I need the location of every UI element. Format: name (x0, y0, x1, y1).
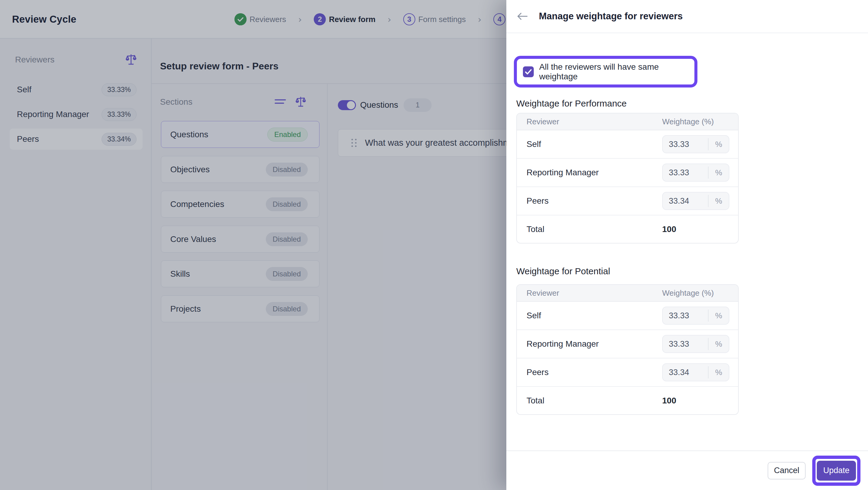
potential-table: Reviewer Weightage (%) Self % Reporting … (516, 284, 739, 415)
table-row: Self % (517, 302, 738, 330)
back-arrow-icon[interactable] (517, 12, 528, 20)
table-row: Self % (517, 131, 738, 159)
modal-backdrop[interactable] (0, 0, 506, 490)
percent-suffix: % (708, 310, 729, 322)
self-potential-weightage-field: % (662, 307, 730, 325)
total-row: Total 100 (517, 387, 738, 414)
manage-weightage-drawer: Manage weightage for reviewers All the r… (506, 0, 868, 490)
percent-suffix: % (708, 366, 729, 378)
table-row: Reporting Manager % (517, 159, 738, 187)
total-label: Total (517, 396, 662, 405)
table-header-row: Reviewer Weightage (%) (517, 113, 738, 131)
peers-potential-weightage-input[interactable] (663, 368, 708, 377)
same-weightage-checkbox[interactable] (523, 66, 534, 77)
table-header-row: Reviewer Weightage (%) (517, 285, 738, 302)
performance-table: Reviewer Weightage (%) Self % Reporting … (516, 113, 739, 243)
percent-suffix: % (708, 167, 729, 179)
reviewer-column-header: Reviewer (517, 288, 662, 298)
reporting-manager-weightage-field: % (662, 164, 730, 182)
peers-weightage-input[interactable] (663, 196, 708, 206)
total-value: 100 (662, 396, 676, 405)
weightage-column-header: Weightage (%) (662, 288, 728, 298)
total-row: Total 100 (517, 215, 738, 243)
cancel-button[interactable]: Cancel (768, 462, 806, 480)
update-highlight-ring: Update (812, 456, 861, 486)
table-row: Peers % (517, 187, 738, 215)
table-row: Reporting Manager % (517, 330, 738, 358)
drawer-footer: Cancel Update (506, 451, 868, 490)
reviewer-column-header: Reviewer (517, 117, 662, 126)
total-value: 100 (662, 225, 676, 234)
reporting-manager-potential-weightage-input[interactable] (663, 340, 708, 349)
peers-potential-weightage-field: % (662, 363, 730, 381)
percent-suffix: % (708, 338, 729, 350)
performance-heading: Weightage for Performance (516, 98, 627, 109)
percent-suffix: % (708, 195, 729, 207)
update-button[interactable]: Update (817, 461, 856, 481)
weightage-column-header: Weightage (%) (662, 117, 728, 126)
table-row: Peers % (517, 358, 738, 387)
total-label: Total (517, 225, 662, 234)
self-weightage-input[interactable] (663, 140, 708, 149)
percent-suffix: % (708, 138, 729, 150)
drawer-header: Manage weightage for reviewers (506, 0, 868, 33)
potential-heading: Weightage for Potential (516, 266, 610, 277)
reporting-manager-potential-weightage-field: % (662, 335, 730, 353)
self-weightage-field: % (662, 135, 730, 153)
reporting-manager-weightage-input[interactable] (663, 168, 708, 177)
same-weightage-highlight-ring: All the reviewers will have same weighta… (514, 56, 698, 87)
drawer-title: Manage weightage for reviewers (539, 11, 683, 22)
same-weightage-label: All the reviewers will have same weighta… (539, 62, 694, 82)
self-potential-weightage-input[interactable] (663, 311, 708, 320)
peers-weightage-field: % (662, 192, 730, 210)
